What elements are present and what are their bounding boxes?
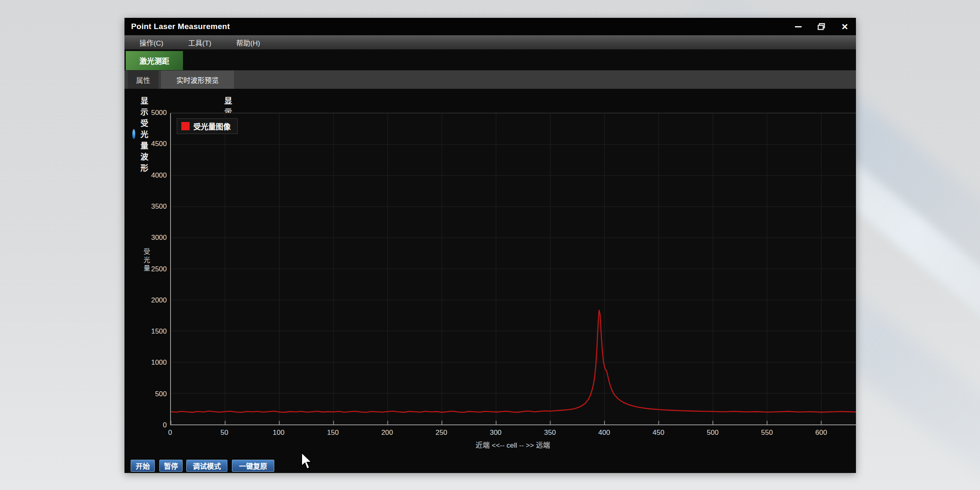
x-tick-label: 100 — [266, 429, 291, 437]
x-tick-label: 500 — [700, 429, 725, 437]
menu-item-tools[interactable]: 工具(T) — [178, 36, 222, 49]
y-tick-label: 1500 — [134, 327, 167, 336]
radio-show-light-waveform[interactable]: 显示受光量波形 — [132, 95, 156, 173]
x-tick-label: 200 — [375, 429, 400, 437]
close-button[interactable]: × — [839, 21, 850, 32]
x-tick-label: 550 — [755, 429, 780, 437]
x-axis-title: 近端 <<-- cell -- >> 远端 — [347, 439, 679, 450]
menu-bar: 操作(C) 工具(T) 帮助(H) — [124, 35, 856, 49]
pause-button[interactable]: 暂停 — [159, 460, 183, 472]
start-button[interactable]: 开始 — [131, 460, 155, 472]
main-tab-row: 激光测距 — [124, 49, 856, 70]
y-tick-label: 4500 — [134, 140, 167, 148]
waveform-chart[interactable]: 受光量图像 — [170, 113, 856, 425]
radio-selected-icon — [132, 129, 135, 139]
restore-button[interactable] — [816, 21, 827, 32]
minimize-icon — [795, 26, 802, 27]
x-tick-label: 450 — [646, 429, 671, 437]
legend-label: 受光量图像 — [193, 121, 231, 132]
tab-laser-ranging[interactable]: 激光测距 — [126, 51, 183, 70]
restore-icon — [817, 23, 826, 30]
desktop: Point Laser Measurement × 操作(C) 工具(T) — [0, 0, 980, 490]
y-tick-label: 4000 — [134, 171, 167, 180]
x-tick-label: 300 — [483, 429, 508, 437]
y-tick-label: 1000 — [134, 358, 167, 367]
x-tick-label: 400 — [592, 429, 617, 437]
y-tick-label: 3000 — [134, 234, 167, 242]
chart-legend: 受光量图像 — [177, 118, 238, 134]
y-tick-label: 500 — [134, 390, 167, 398]
title-bar[interactable]: Point Laser Measurement × — [124, 18, 856, 35]
legend-swatch-red — [181, 122, 190, 130]
y-tick-label: 0 — [134, 421, 167, 429]
tab-properties[interactable]: 属性 — [128, 71, 158, 89]
radio-label: 显示受光量波形 — [141, 95, 156, 173]
y-tick-label: 5000 — [134, 109, 167, 117]
tab-realtime-waveform[interactable]: 实时波形预览 — [161, 71, 234, 89]
window-controls: × — [793, 18, 850, 35]
y-axis-title: 受光量 — [141, 248, 151, 273]
y-tick-label: 3500 — [134, 202, 167, 211]
x-tick-label: 600 — [809, 429, 834, 437]
app-window: Point Laser Measurement × 操作(C) 工具(T) — [124, 18, 856, 473]
close-icon: × — [841, 21, 848, 32]
menu-item-operate[interactable]: 操作(C) — [129, 36, 173, 49]
x-tick-label: 250 — [429, 429, 454, 437]
y-tick-label: 2000 — [134, 296, 167, 305]
sub-tab-bar: 属性 实时波形预览 — [124, 70, 856, 89]
debug-mode-button[interactable]: 调试模式 — [186, 460, 227, 472]
window-title: Point Laser Measurement — [124, 22, 230, 31]
minimize-button[interactable] — [793, 21, 804, 32]
x-tick-label: 150 — [320, 429, 345, 437]
x-tick-label: 350 — [537, 429, 562, 437]
waveform-plot-canvas — [171, 113, 856, 424]
x-tick-label: 0 — [158, 429, 183, 437]
menu-item-help[interactable]: 帮助(H) — [226, 36, 270, 49]
x-tick-label: 50 — [212, 429, 237, 437]
one-key-reset-button[interactable]: 一键复原 — [232, 460, 274, 472]
